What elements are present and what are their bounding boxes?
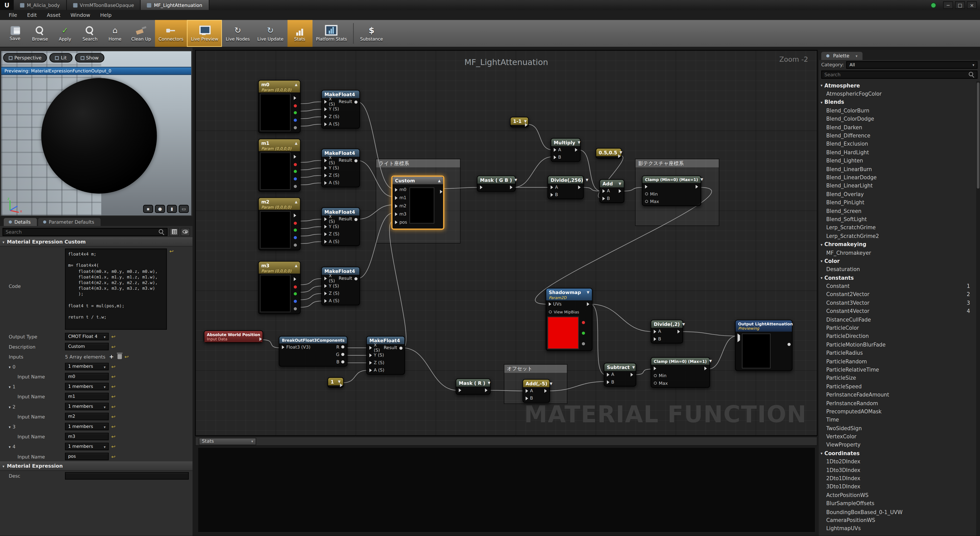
category-select[interactable]: All ▾ xyxy=(846,61,978,68)
palette-item-actorpositionws[interactable]: ActorPositionWS xyxy=(819,491,976,499)
input-name-field[interactable]: m3 xyxy=(65,433,109,440)
node-clamp-min-0-max-1[interactable]: Clamp (Min=0) (Max=1)▼MinMax xyxy=(651,357,710,388)
revert-output-type-icon[interactable]: ↩ xyxy=(111,334,115,339)
pin-icon[interactable] xyxy=(618,154,620,158)
pin-icon[interactable] xyxy=(369,346,372,350)
palette-item-vertexcolor[interactable]: VertexColor xyxy=(819,433,976,441)
pin-icon[interactable] xyxy=(395,220,398,224)
palette-item-lightmapuvs[interactable]: LightmapUVs xyxy=(819,524,976,533)
toolbar-live-nodes-button[interactable]: ↻Live Nodes xyxy=(222,20,254,47)
pin-icon[interactable] xyxy=(293,229,297,232)
menu-edit[interactable]: Edit xyxy=(22,11,42,19)
pin-icon[interactable] xyxy=(293,178,297,181)
revert-icon[interactable]: ↩ xyxy=(111,454,115,459)
menu-help[interactable]: Help xyxy=(95,11,117,19)
node-0-5-0-5[interactable]: 0.5,0.5▼ xyxy=(596,148,622,159)
toolbar-apply-button[interactable]: ✓Apply xyxy=(52,20,78,47)
node-1[interactable]: 1▼ xyxy=(328,377,344,388)
pin-icon[interactable] xyxy=(341,360,344,363)
revert-icon[interactable]: ↩ xyxy=(111,374,115,379)
output-type-select[interactable]: CMOT Float 4▾ xyxy=(65,333,109,340)
code-editor[interactable]: float4x4 m; m= float4x4( float4(m0.x, m0… xyxy=(65,249,167,330)
stats-output-panel[interactable] xyxy=(197,447,816,533)
pin-icon[interactable] xyxy=(544,389,547,393)
pin-icon[interactable] xyxy=(293,307,297,310)
palette-item-mf-chromakeyer[interactable]: MF_Chromakeyer xyxy=(819,248,976,257)
toolbar-clean-up-button[interactable]: Clean Up xyxy=(127,20,155,47)
node-absolute-world-position[interactable]: Absolute World PositionInput Data xyxy=(204,330,263,343)
revert-inputs-icon[interactable]: ↩ xyxy=(124,354,129,359)
node-output-lightattenuation[interactable]: Output LightAttenuationPreviewing xyxy=(735,320,792,371)
cube-shape-button[interactable]: ▪ xyxy=(143,205,153,213)
pin-icon[interactable] xyxy=(294,155,296,159)
toolbar-save-button[interactable]: Save xyxy=(3,20,27,47)
pin-icon[interactable] xyxy=(354,159,357,162)
palette-item-constant4vector[interactable]: Constant4Vector4 xyxy=(819,307,976,316)
toolbar-browse-button[interactable]: Browse xyxy=(27,20,52,47)
pin-icon[interactable] xyxy=(354,100,357,103)
palette-item-time[interactable]: Time xyxy=(819,415,976,424)
minimize-button[interactable]: ─ xyxy=(943,1,953,9)
palette-item-perinstancefadeamount[interactable]: PerInstanceFadeAmount xyxy=(819,391,976,399)
pin-icon[interactable] xyxy=(294,213,296,217)
palette-item-3dto1dindex[interactable]: 3Dto1DIndex xyxy=(819,482,976,491)
add-input-button[interactable]: + xyxy=(109,354,114,360)
pin-icon[interactable] xyxy=(603,189,605,193)
pin-icon[interactable] xyxy=(654,337,656,341)
pin-icon[interactable] xyxy=(510,186,512,189)
node-subtract[interactable]: Subtract▼AB xyxy=(604,363,636,387)
preview-viewport[interactable]: PerspectiveLitShow Previewing: MaterialE… xyxy=(1,51,191,216)
revert-icon[interactable]: ↩ xyxy=(111,384,115,389)
pin-icon[interactable] xyxy=(549,303,551,306)
palette-scrollbar[interactable] xyxy=(976,81,980,536)
pin-icon[interactable] xyxy=(293,185,297,188)
pin-icon[interactable] xyxy=(551,193,553,197)
pin-icon[interactable] xyxy=(525,123,528,127)
pin-icon[interactable] xyxy=(575,148,578,152)
node-makefloat4[interactable]: MakeFloat4X (S)ResultY (S)Z (S)A (S) xyxy=(366,336,405,375)
toolbar-search-button[interactable]: Search xyxy=(78,20,103,47)
pin-icon[interactable] xyxy=(325,277,327,281)
palette-item-lerp-scratchgrime2[interactable]: Lerp_ScratchGrime2 xyxy=(819,232,976,240)
column-view-button[interactable] xyxy=(169,228,179,236)
toolbar-substance-button[interactable]: $Substance xyxy=(356,20,387,47)
scrollbar-thumb[interactable] xyxy=(977,82,980,189)
palette-item-lerp-scratchgrime[interactable]: Lerp_ScratchGrime xyxy=(819,224,976,232)
pin-icon[interactable] xyxy=(293,285,297,288)
pin-icon[interactable] xyxy=(645,185,648,189)
revert-description-icon[interactable]: ↩ xyxy=(111,344,115,349)
palette-group-blends[interactable]: ▾Blends xyxy=(819,98,976,106)
pin-icon[interactable] xyxy=(325,181,327,185)
revert-icon[interactable]: ↩ xyxy=(111,394,115,399)
node-m0[interactable]: m0▲Param (0,0,0,0) xyxy=(258,80,301,133)
pin-icon[interactable] xyxy=(645,200,648,203)
pin-icon[interactable] xyxy=(654,374,657,377)
pin-icon[interactable] xyxy=(582,321,585,324)
toolbar-stats-button[interactable]: Stats xyxy=(287,20,312,47)
pin-icon[interactable] xyxy=(354,277,357,280)
node-shadowmap[interactable]: Shadowmap▼Param2DUVsView MipBias xyxy=(546,288,593,351)
section-material-expression[interactable]: ▾ Material Expression xyxy=(0,461,192,471)
pin-icon[interactable] xyxy=(399,346,402,349)
close-button[interactable]: × xyxy=(967,1,977,9)
pin-icon[interactable] xyxy=(607,380,609,384)
node-makefloat4[interactable]: MakeFloat4X (S)ResultY (S)Z (S)A (S) xyxy=(321,90,360,129)
palette-item-particlespeed[interactable]: ParticleSpeed xyxy=(819,382,976,391)
input-name-field[interactable]: m0 xyxy=(65,373,109,380)
pin-icon[interactable] xyxy=(294,277,296,281)
pin-icon[interactable] xyxy=(459,389,461,392)
viewport-perspective-button[interactable]: Perspective xyxy=(3,53,47,62)
menu-file[interactable]: File xyxy=(4,11,22,19)
pin-icon[interactable] xyxy=(369,361,372,365)
pin-icon[interactable] xyxy=(526,389,528,393)
input-members-select[interactable]: 1 members▾ xyxy=(65,442,109,450)
palette-item-particlemotionblurfade[interactable]: ParticleMotionBlurFade xyxy=(819,341,976,349)
viewport-lit-button[interactable]: Lit xyxy=(50,53,73,62)
palette-item-blursampleoffsets[interactable]: BlurSampleOffsets xyxy=(819,499,976,508)
delete-inputs-icon[interactable] xyxy=(118,354,122,359)
palette-item-particlesize[interactable]: ParticleSize xyxy=(819,374,976,382)
toolbar-live-update-button[interactable]: ↻Live Update xyxy=(253,20,287,47)
pin-icon[interactable] xyxy=(340,384,342,387)
node-custom[interactable]: Custom▲m0m1m2m3pos xyxy=(391,176,444,230)
palette-item-blend-linearlight[interactable]: Blend_LinearLight xyxy=(819,182,976,190)
